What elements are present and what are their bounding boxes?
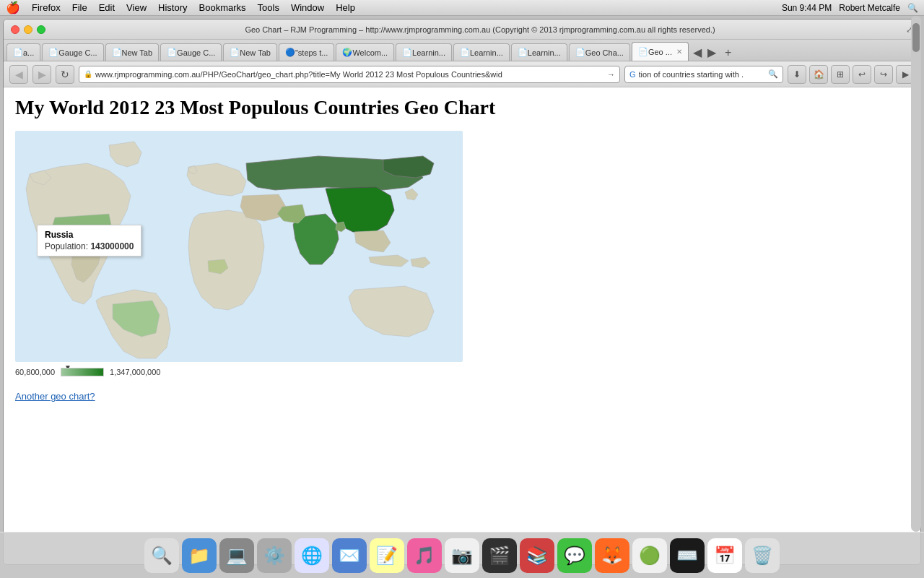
tab-close-icon[interactable]: ✕	[676, 48, 682, 56]
dock-messages[interactable]: 💬	[557, 538, 592, 573]
forward-button[interactable]: ▶	[32, 65, 51, 84]
forward-action-button[interactable]: ↪	[874, 65, 893, 84]
tab-newtab2[interactable]: 📄 New Tab	[223, 43, 277, 61]
tooltip-population: Population: 143000000	[45, 241, 134, 251]
search-icon[interactable]: 🔍	[907, 3, 918, 13]
tab-newtab2-icon: 📄	[230, 48, 240, 57]
browser-window: Geo Chart – RJM Programming – http://www…	[3, 19, 921, 565]
menu-edit[interactable]: Edit	[99, 2, 115, 13]
tab-geocha1[interactable]: 📄 Geo Cha...	[569, 43, 630, 61]
new-tab-button[interactable]: +	[719, 46, 737, 59]
page-title: My World 2012 23 Most Populous Countries…	[15, 96, 909, 119]
screenshot-button[interactable]: ⊞	[831, 65, 850, 84]
map-tooltip: Russia Population: 143000000	[37, 225, 141, 256]
tab-geo-active[interactable]: 📄 Geo ... ✕	[632, 42, 689, 61]
scrollbar[interactable]	[911, 16, 921, 532]
search-text: tion of countries starting with .	[639, 70, 768, 79]
nav-actions: ⬇ 🏠 ⊞ ↩ ↪ ▶	[788, 65, 915, 84]
menu-firefox[interactable]: Firefox	[32, 2, 61, 13]
tab-steps-icon: 🔵	[285, 48, 295, 57]
page-content: My World 2012 23 Most Populous Countries…	[4, 87, 920, 565]
dock-system[interactable]: 💻	[219, 538, 254, 573]
tab-learn1[interactable]: 📄 Learnin...	[396, 43, 452, 61]
clock: Sun 9:44 PM	[782, 3, 832, 13]
apple-menu[interactable]: 🍎	[6, 1, 20, 14]
reload-button[interactable]: ↻	[56, 65, 74, 84]
dock-books[interactable]: 📚	[520, 538, 554, 573]
dock-photos[interactable]: 📷	[445, 538, 479, 573]
mac-menu-bar: 🍎 Firefox File Edit View History Bookmar…	[0, 0, 924, 16]
menu-history[interactable]: History	[158, 2, 187, 13]
dock-chrome[interactable]: 🟢	[632, 538, 667, 573]
map-container[interactable]: Russia Population: 143000000	[15, 131, 463, 362]
dock-settings[interactable]: ⚙️	[257, 538, 292, 573]
dock-files[interactable]: 📁	[182, 538, 217, 573]
tab-gauge2[interactable]: 📄 Gauge C...	[160, 43, 222, 61]
legend-gradient	[61, 368, 104, 376]
tab-scroll-left[interactable]: ◀	[690, 46, 705, 59]
tab-gauge1-icon: 📄	[48, 48, 58, 57]
menu-bookmarks[interactable]: Bookmarks	[199, 2, 246, 13]
nav-bar: ◀ ▶ ↻ 🔒 www.rjmprogramming.com.au/PHP/Ge…	[4, 61, 920, 87]
search-submit-icon[interactable]: 🔍	[768, 69, 778, 79]
tab-learn2-icon: 📄	[460, 48, 470, 57]
dock: 🔍 📁 💻 ⚙️ 🌐 ✉️ 📝 🎵 📷 🎬 📚 💬 🦊 🟢 ⌨️ 📅 🗑️	[0, 532, 924, 578]
population-value: 143000000	[90, 241, 134, 251]
tab-scroll-right[interactable]: ▶	[705, 46, 719, 59]
population-label-text: Population:	[45, 241, 90, 251]
dock-terminal[interactable]: ⌨️	[670, 538, 705, 573]
menu-view[interactable]: View	[126, 2, 147, 13]
tab-welcome[interactable]: 🌍 Welcom...	[336, 43, 394, 61]
legend-gradient-container: ▼	[61, 368, 104, 376]
dock-browser[interactable]: 🌐	[295, 538, 329, 573]
tab-geo-icon: 📄	[638, 47, 648, 56]
legend-min: 60,800,000	[15, 368, 55, 376]
go-button[interactable]: →	[607, 70, 615, 79]
legend-max: 1,347,000,000	[110, 368, 160, 376]
menu-items: Firefox File Edit View History Bookmarks…	[32, 2, 355, 13]
back-button[interactable]: ◀	[9, 65, 28, 84]
tab-learn1-icon: 📄	[402, 48, 412, 57]
scrollbar-thumb[interactable]	[912, 23, 920, 52]
dock-music[interactable]: 🎵	[407, 538, 442, 573]
traffic-lights	[11, 25, 45, 34]
another-chart-link[interactable]: Another geo chart?	[15, 391, 95, 402]
dock-mail[interactable]: ✉️	[332, 538, 367, 573]
tab-a[interactable]: 📄 a...	[6, 43, 40, 61]
tab-learn3[interactable]: 📄 Learnin...	[511, 43, 567, 61]
menu-window[interactable]: Window	[291, 2, 324, 13]
user-name: Robert Metcalfe	[839, 3, 900, 13]
search-bar[interactable]: G tion of countries starting with . 🔍	[624, 66, 783, 83]
tab-geocha1-icon: 📄	[575, 48, 585, 57]
dock-firefox[interactable]: 🦊	[595, 538, 629, 573]
search-engine-icon: G	[629, 70, 636, 79]
tab-learn3-icon: 📄	[518, 48, 528, 57]
minimize-button[interactable]	[24, 25, 32, 34]
share-button[interactable]: ↩	[853, 65, 871, 84]
address-bar[interactable]: 🔒 www.rjmprogramming.com.au/PHP/GeoChart…	[79, 66, 620, 83]
tab-bar: 📄 a... 📄 Gauge C... 📄 New Tab 📄 Gauge C.…	[4, 40, 920, 61]
tab-nav-arrows: ◀ ▶	[690, 46, 719, 59]
tooltip-country: Russia	[45, 230, 134, 240]
menu-tools[interactable]: Tools	[258, 2, 279, 13]
tab-newtab1[interactable]: 📄 New Tab	[105, 43, 160, 61]
title-bar: Geo Chart – RJM Programming – http://www…	[4, 20, 920, 40]
menu-help[interactable]: Help	[336, 2, 355, 13]
home-button[interactable]: 🏠	[809, 65, 828, 84]
menu-file[interactable]: File	[72, 2, 87, 13]
tab-welcome-icon: 🌍	[342, 48, 352, 57]
tab-gauge1[interactable]: 📄 Gauge C...	[42, 43, 103, 61]
chart-legend: 60,800,000 ▼ 1,347,000,000	[15, 368, 909, 376]
bookmark-button[interactable]: ⬇	[788, 65, 806, 84]
dock-trash[interactable]: 🗑️	[745, 538, 780, 573]
tab-steps[interactable]: 🔵 "steps t...	[279, 43, 334, 61]
dock-finder[interactable]: 🔍	[144, 538, 179, 573]
menu-right: Sun 9:44 PM Robert Metcalfe 🔍	[782, 3, 918, 13]
close-button[interactable]	[11, 25, 19, 34]
dock-video[interactable]: 🎬	[482, 538, 517, 573]
dock-notes[interactable]: 📝	[370, 538, 404, 573]
tab-learn2[interactable]: 📄 Learnin...	[453, 43, 510, 61]
maximize-button[interactable]	[37, 25, 45, 34]
dock-calendar[interactable]: 📅	[707, 538, 742, 573]
lock-icon: 🔒	[84, 70, 92, 78]
